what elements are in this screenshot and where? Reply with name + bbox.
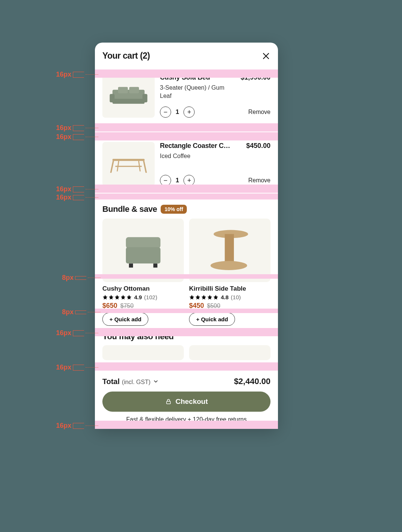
- remove-button[interactable]: Remove: [248, 177, 270, 184]
- cart-panel: Your cart (2) Cushy Sofa Bed $1: [95, 43, 278, 429]
- spacing-stripe: [95, 309, 278, 313]
- qty-value: 1: [176, 177, 179, 184]
- qty-value: 1: [176, 108, 179, 116]
- svg-rect-9: [143, 161, 147, 173]
- product-thumbnail[interactable]: [102, 142, 155, 186]
- svg-rect-3: [112, 99, 145, 103]
- spacing-stripe: [95, 69, 278, 78]
- spacing-label: 8px: [62, 308, 100, 316]
- total-label: Total: [102, 377, 120, 386]
- total-amount: $2,440.00: [234, 377, 270, 386]
- spacing-stripe: [95, 123, 278, 132]
- svg-rect-13: [126, 247, 160, 264]
- spacing-stripe: [95, 132, 278, 140]
- cart-item-details: Cushy Sofa Bed $1,990.00 3-Seater (Queen…: [160, 74, 270, 118]
- product-rating: 4.8 (10): [189, 294, 270, 300]
- rating-value: 4.8: [221, 294, 229, 300]
- spacing-label: 8px: [62, 274, 100, 282]
- total-sub: (incl. GST): [122, 379, 150, 386]
- discount-badge: 10% off: [161, 205, 187, 214]
- remove-button[interactable]: Remove: [248, 109, 270, 115]
- product-image: [102, 219, 184, 282]
- spacing-stripe: [95, 362, 278, 371]
- spacing-label: 16px: [56, 422, 98, 430]
- product-rating: 4.9 (102): [102, 294, 184, 300]
- spacing-stripe: [95, 421, 278, 429]
- cart-title: Your cart (2): [102, 51, 150, 61]
- checkout-label: Checkout: [176, 398, 208, 406]
- qty-plus-button[interactable]: +: [183, 106, 195, 118]
- lock-icon: [165, 398, 172, 405]
- checkout-button[interactable]: Checkout: [102, 392, 270, 412]
- spacing-stripe: [95, 274, 278, 279]
- qty-minus-button[interactable]: −: [160, 106, 171, 118]
- rating-value: 4.9: [134, 294, 142, 300]
- sofa-icon: [108, 78, 149, 113]
- product-name: Cushy Ottoman: [102, 285, 184, 293]
- svg-rect-4: [118, 87, 128, 93]
- spacing-label: 16px: [56, 124, 98, 132]
- spacing-label: 16px: [56, 329, 98, 337]
- close-button[interactable]: [262, 52, 270, 61]
- svg-rect-5: [129, 87, 139, 93]
- svg-rect-8: [110, 161, 114, 173]
- cart-item-variant: 3-Seater (Queen) / Gum Leaf: [160, 84, 235, 100]
- product-image: [189, 219, 270, 282]
- spacing-label: 16px: [56, 133, 98, 141]
- spacing-stripe: [95, 328, 278, 336]
- quick-add-button[interactable]: + Quick add: [102, 313, 148, 326]
- cart-item: Rectangle Coaster C… $450.00 Iced Coffee…: [95, 136, 278, 192]
- svg-rect-19: [166, 401, 170, 404]
- svg-rect-15: [153, 263, 157, 267]
- cart-item-variant: Iced Coffee: [160, 152, 235, 160]
- svg-rect-17: [225, 234, 234, 262]
- bundle-section-header: Bundle & save 10% off: [95, 204, 278, 219]
- cart-header: Your cart (2): [95, 43, 278, 68]
- svg-rect-6: [112, 159, 145, 161]
- spacing-label: 16px: [56, 185, 98, 193]
- total-row[interactable]: Total (incl. GST) $2,440.00: [102, 377, 270, 386]
- side-table-icon: [197, 225, 262, 276]
- cart-body: Cushy Sofa Bed $1,990.00 3-Seater (Queen…: [95, 68, 278, 371]
- product-placeholder[interactable]: [102, 345, 184, 360]
- rating-count: (102): [144, 294, 157, 300]
- product-name: Kirribilli Side Table: [189, 285, 270, 293]
- close-icon: [262, 52, 270, 61]
- product-placeholder[interactable]: [189, 345, 270, 360]
- svg-rect-7: [115, 166, 142, 167]
- spacing-label: 16px: [56, 71, 98, 78]
- star-icon: [102, 294, 132, 300]
- svg-rect-0: [112, 90, 145, 100]
- svg-rect-14: [129, 263, 133, 267]
- cart-item-details: Rectangle Coaster C… $450.00 Iced Coffee…: [160, 142, 270, 186]
- spacing-label: 16px: [56, 194, 98, 201]
- coffee-table-icon: [108, 146, 149, 182]
- quick-add-button[interactable]: + Quick add: [189, 313, 235, 326]
- chevron-down-icon: [153, 378, 159, 386]
- cart-item-price: $450.00: [246, 142, 270, 150]
- cart-footer: Total (incl. GST) $2,440.00 Checkout Fas…: [95, 371, 278, 429]
- cart-item-name: Rectangle Coaster C…: [160, 142, 230, 150]
- quantity-stepper: − 1 +: [160, 106, 195, 118]
- svg-rect-12: [126, 237, 160, 248]
- svg-point-18: [210, 261, 247, 270]
- rating-count: (10): [231, 294, 241, 300]
- spacing-label: 16px: [56, 364, 98, 371]
- star-icon: [189, 294, 219, 300]
- spacing-stripe: [95, 185, 278, 193]
- bundle-title: Bundle & save: [102, 204, 157, 214]
- spacing-stripe: [95, 194, 278, 200]
- ottoman-icon: [111, 225, 176, 276]
- product-thumbnail[interactable]: [102, 74, 155, 118]
